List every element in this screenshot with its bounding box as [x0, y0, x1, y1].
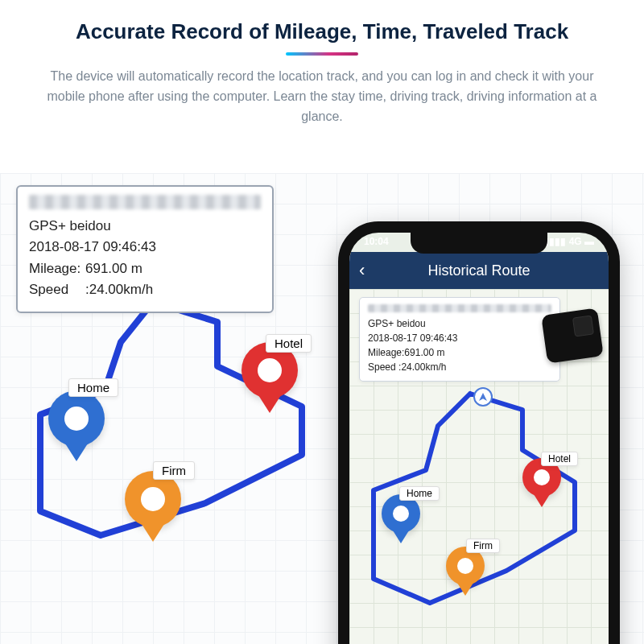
mileage-value: 691.00 m	[85, 261, 142, 276]
info-source: GPS+ beidou	[29, 216, 261, 237]
speed-value: :24.00km/h	[85, 282, 153, 297]
tracker-device-image	[541, 308, 604, 363]
background-pin-hotel-label: Hotel	[266, 334, 312, 353]
phone-pin-home-label: Home	[399, 486, 440, 501]
speed-label: Speed	[29, 279, 85, 300]
page-description: The device will automatically record the…	[32, 67, 612, 126]
back-button[interactable]: ‹	[359, 260, 365, 281]
status-time: 10:04	[364, 236, 389, 252]
phone-mockup: 10:04 ▮▮▮▮ 4G ▬ ‹ Historical Route GPS+ …	[338, 221, 620, 644]
phone-info-source: GPS+ beidou	[368, 316, 551, 331]
phone-info-card: GPS+ beidou 2018-08-17 09:46:43 Mileage:…	[359, 297, 560, 382]
phone-pin-firm-label: Firm	[466, 539, 500, 553]
phone-info-timestamp: 2018-08-17 09:46:43	[368, 331, 551, 345]
screen-title: Historical Route	[427, 262, 530, 279]
phone-pin-hotel-label: Hotel	[541, 452, 578, 466]
battery-icon: ▬	[584, 236, 594, 247]
phone-info-mileage: Mileage:691.00 m	[368, 345, 551, 360]
background-map: GPS+ beidou 2018-08-17 09:46:43 Mileage:…	[0, 173, 644, 644]
marketing-header: Accurate Record of Mileage, Time, Travel…	[0, 0, 644, 133]
phone-info-speed: Speed :24.00km/h	[368, 360, 551, 374]
obscured-address-text	[29, 195, 261, 209]
phone-notch	[411, 233, 547, 254]
background-info-card: GPS+ beidou 2018-08-17 09:46:43 Mileage:…	[16, 185, 274, 313]
info-mileage: Mileage:691.00 m	[29, 258, 261, 279]
background-pin-home	[48, 390, 105, 447]
app-navbar: ‹ Historical Route	[349, 252, 609, 289]
phone-speed-value: :24.00km/h	[398, 361, 446, 373]
info-timestamp: 2018-08-17 09:46:43	[29, 237, 261, 258]
phone-current-position-marker	[473, 387, 493, 407]
info-speed: Speed:24.00km/h	[29, 279, 261, 300]
phone-mileage-label: Mileage:	[368, 347, 404, 358]
background-pin-home-label: Home	[68, 378, 118, 397]
phone-obscured-address-text	[368, 304, 551, 312]
status-network: ▮▮▮▮ 4G ▬	[543, 236, 594, 252]
page-title: Accurate Record of Mileage, Time, Travel…	[32, 19, 612, 44]
title-underline	[286, 52, 358, 56]
phone-map-view[interactable]: GPS+ beidou 2018-08-17 09:46:43 Mileage:…	[349, 289, 609, 644]
mileage-label: Mileage:	[29, 258, 85, 279]
network-label: 4G	[569, 236, 582, 247]
phone-speed-label: Speed	[368, 361, 396, 373]
background-pin-firm-label: Firm	[153, 461, 195, 480]
phone-mileage-value: 691.00 m	[404, 347, 444, 358]
